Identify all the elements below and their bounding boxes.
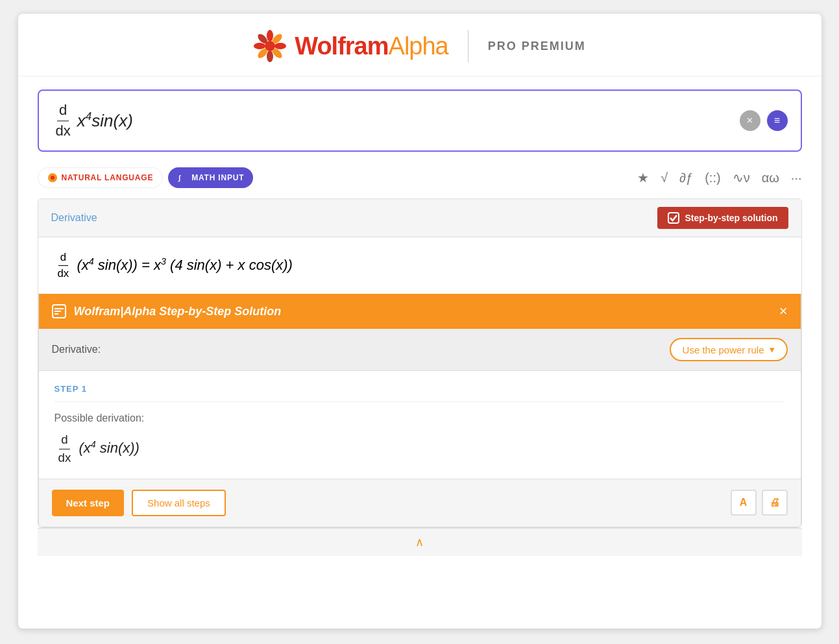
print-button[interactable]: 🖨	[762, 490, 788, 516]
bottom-bar: Next step Show all steps A 🖨	[39, 479, 801, 527]
wolfram-flower-icon	[253, 29, 287, 63]
pro-premium-label: PRO PREMIUM	[488, 40, 586, 53]
result-label: Derivative	[51, 212, 97, 224]
wave-icon[interactable]: ∿ν	[733, 170, 750, 185]
checkmark-icon	[668, 212, 679, 224]
step-section: Wolfram|Alpha Step-by-Step Solution × De…	[38, 294, 801, 527]
logo-container: WolframAlpha PRO PREMIUM	[253, 29, 586, 63]
step-header: Wolfram|Alpha Step-by-Step Solution ×	[39, 294, 801, 329]
svg-point-10	[267, 30, 273, 42]
logo-wolfram: Wolfram	[295, 32, 388, 60]
page-wrapper: WolframAlpha PRO PREMIUM d dx x4sin(x) ×…	[18, 13, 822, 629]
svg-point-18	[265, 42, 274, 51]
print-icon: 🖨	[770, 497, 780, 508]
formula-text: x4sin(x)	[77, 110, 133, 131]
step-fraction: d dx	[56, 432, 73, 466]
derivative-subheader: Derivative: Use the power rule ▾	[39, 329, 801, 371]
step-number-1: STEP 1	[55, 384, 785, 394]
step-divider	[55, 401, 785, 402]
toolbar-left: NATURAL LANGUAGE ∫ MATH INPUT	[38, 167, 254, 188]
next-step-button[interactable]: Next step	[52, 490, 125, 516]
step-description: Possible derivation:	[55, 412, 785, 424]
matrix-icon[interactable]: (::)	[705, 171, 720, 185]
alpha-omega-icon[interactable]: αω	[762, 171, 779, 185]
bottom-left: Next step Show all steps	[52, 490, 226, 516]
bottom-right: A 🖨	[731, 490, 788, 516]
svg-point-20	[51, 176, 55, 180]
derivative-sublabel: Derivative:	[52, 344, 101, 355]
tab-natural-language[interactable]: NATURAL LANGUAGE	[38, 167, 164, 188]
search-area: d dx x4sin(x) × ≡	[18, 77, 821, 162]
search-icons: × ≡	[740, 110, 788, 131]
step-formula-text: (x4 sin(x))	[79, 440, 140, 456]
menu-button[interactable]: ≡	[767, 110, 788, 131]
partial-icon[interactable]: ∂ƒ	[679, 171, 693, 185]
svg-point-12	[274, 43, 286, 49]
search-formula: d dx x4sin(x)	[52, 101, 133, 140]
wolfram-small-icon	[47, 173, 58, 183]
tab-math-input[interactable]: ∫ MATH INPUT	[168, 167, 253, 188]
toolbar-right: ★ √ ∂ƒ (::) ∿ν αω ···	[637, 170, 801, 185]
main-content: Derivative Step-by-step solution d dx (x…	[18, 198, 821, 575]
math-icon: ∫	[177, 173, 188, 183]
clear-button[interactable]: ×	[740, 110, 760, 131]
collapse-arrow-icon: ∧	[415, 535, 424, 549]
star-icon[interactable]: ★	[637, 170, 649, 185]
svg-point-14	[267, 51, 273, 62]
result-body: d dx (x4 sin(x)) = x3 (4 sin(x) + x cos(…	[38, 237, 801, 294]
show-all-steps-button[interactable]: Show all steps	[132, 490, 226, 516]
result-formula: (x4 sin(x)) = x3 (4 sin(x) + x cos(x))	[77, 257, 293, 273]
toolbar: NATURAL LANGUAGE ∫ MATH INPUT ★ √ ∂ƒ (::…	[18, 162, 821, 198]
derivative-fraction: d dx	[54, 101, 73, 140]
steps-icon	[52, 304, 66, 318]
search-box: d dx x4sin(x) × ≡	[38, 89, 802, 152]
svg-rect-22	[668, 213, 679, 223]
sqrt-icon[interactable]: √	[661, 171, 668, 185]
logo-text: WolframAlpha	[295, 32, 448, 60]
result-card: Derivative Step-by-step solution d dx (x…	[38, 198, 802, 527]
power-rule-button[interactable]: Use the power rule ▾	[670, 338, 788, 361]
font-size-button[interactable]: A	[731, 490, 757, 516]
result-fraction: d dx	[56, 250, 71, 281]
step-formula: d dx (x4 sin(x))	[55, 432, 785, 466]
step-solution-button[interactable]: Step-by-step solution	[657, 207, 788, 229]
more-icon[interactable]: ···	[791, 171, 802, 185]
result-header: Derivative Step-by-step solution	[38, 199, 801, 237]
step-header-title: Wolfram|Alpha Step-by-Step Solution	[52, 304, 282, 318]
logo-divider	[468, 30, 468, 62]
collapse-bar[interactable]: ∧	[38, 528, 802, 556]
steps-content: STEP 1 Possible derivation: d dx (x4 sin…	[39, 371, 801, 479]
close-step-button[interactable]: ×	[779, 303, 788, 320]
header: WolframAlpha PRO PREMIUM	[18, 14, 821, 77]
svg-point-16	[254, 43, 265, 49]
svg-text:∫: ∫	[178, 174, 181, 182]
logo-alpha: Alpha	[389, 32, 448, 60]
